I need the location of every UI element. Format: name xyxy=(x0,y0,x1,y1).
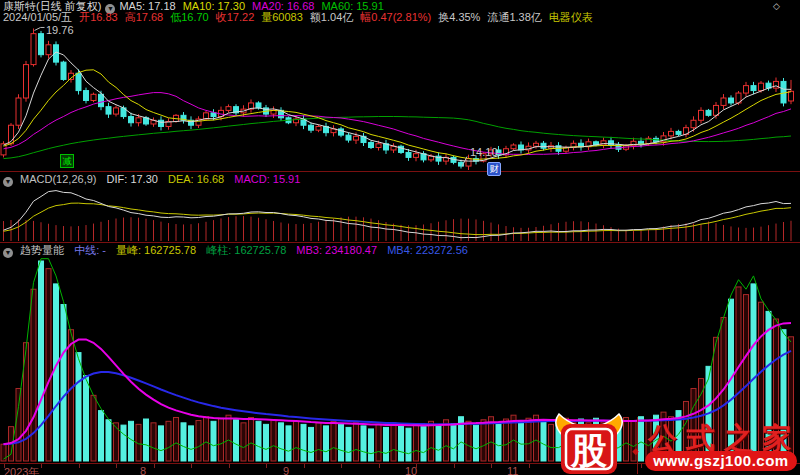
axis-tick xyxy=(191,464,192,468)
mb3-value: MB3: 234180.47 xyxy=(296,244,377,256)
midline-value: 中线: - xyxy=(74,244,106,256)
axis-tick xyxy=(529,464,530,468)
quote-field: 2024/01/05/五 xyxy=(3,11,72,23)
axis-tick xyxy=(379,464,380,468)
trend-title: 趋势量能 xyxy=(20,244,64,256)
collapse-icon[interactable]: ▼ xyxy=(3,248,13,258)
volpeak-value: 量峰: 162725.78 xyxy=(116,244,196,256)
axis-tick xyxy=(41,464,42,468)
quote-field: 额1.04亿 xyxy=(310,11,353,23)
axis-month-label: 9 xyxy=(283,465,289,475)
axis-tick xyxy=(491,464,492,468)
quote-field: 电器仪表 xyxy=(549,11,593,23)
quote-field: 收17.22 xyxy=(216,11,255,23)
axis-tick xyxy=(116,464,117,468)
axis-tick xyxy=(454,464,455,468)
low-price-label: 14.10 xyxy=(470,146,498,158)
macd-panel-header[interactable]: ▼ MACD(12,26,9) DIF: 17.30 DEA: 16.68 MA… xyxy=(3,174,307,185)
axis-tick xyxy=(341,464,342,468)
trend-panel-header[interactable]: ▼ 趋势量能 中线: - 量峰: 162725.78 峰柱: 162725.78… xyxy=(3,245,475,256)
watermark-diamond-icon: ◆ xyxy=(632,446,639,456)
stamp-character: 股 xyxy=(570,431,607,471)
quote-field: 量60083 xyxy=(261,11,303,23)
axis-tick xyxy=(641,464,642,468)
axis-tick xyxy=(266,464,267,468)
dea-value: DEA: 16.68 xyxy=(168,173,224,185)
quote-field: 换4.35% xyxy=(438,11,480,23)
diamond-icon[interactable]: ◇ xyxy=(773,1,780,11)
axis-month-label: 2023年 xyxy=(4,465,39,475)
buy-signal-marker: 财 xyxy=(487,162,501,176)
quote-field: 流通1.38亿 xyxy=(487,11,541,23)
quote-field: 高17.68 xyxy=(125,11,164,23)
candlestick-chart[interactable] xyxy=(0,25,800,171)
dif-value: DIF: 17.30 xyxy=(107,173,158,185)
quote-field: 开16.83 xyxy=(79,11,118,23)
axis-tick xyxy=(79,464,80,468)
sell-signal-marker: 减 xyxy=(60,154,74,168)
axis-tick xyxy=(4,464,5,468)
axis-tick xyxy=(416,464,417,468)
macd-title: MACD(12,26,9) xyxy=(20,173,96,185)
axis-month-label: 8 xyxy=(140,465,146,475)
stamp-logo: 股 xyxy=(551,412,631,475)
axis-tick xyxy=(154,464,155,468)
mb4-value: MB4: 223272.56 xyxy=(387,244,468,256)
collapse-icon[interactable]: ▼ xyxy=(3,177,13,187)
quote-info-line: 2024/01/05/五开16.83高17.68低16.70收17.22量600… xyxy=(3,12,600,23)
quote-field: 低16.70 xyxy=(170,11,209,23)
stock-app-window: 康斯特(日线 前复权)▼MA5: 17.18MA10: 17.30MA20: 1… xyxy=(0,0,800,475)
high-price-label: 19.76 xyxy=(46,24,74,36)
pillar-value: 峰柱: 162725.78 xyxy=(206,244,286,256)
watermark-url[interactable]: www.gszj100.com xyxy=(645,451,797,471)
macd-value: MACD: 15.91 xyxy=(234,173,300,185)
axis-tick xyxy=(229,464,230,468)
quote-field: 幅0.47(2.81%) xyxy=(360,11,431,23)
axis-month-label: 11 xyxy=(507,465,518,475)
axis-tick xyxy=(304,464,305,468)
